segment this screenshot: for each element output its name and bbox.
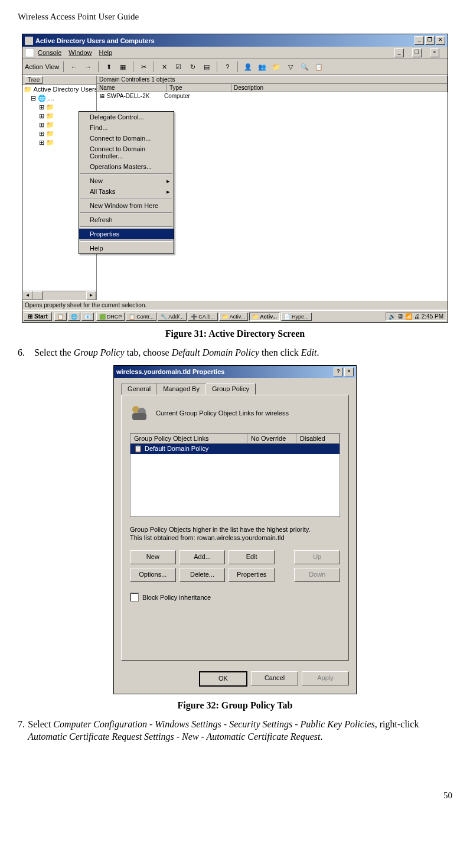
action-toolbar: Action View ← → ⬆ ▦ ✂ ✕ ☑ ↻ ▤ ? 👤 👥 📁 ▽ …	[22, 59, 448, 75]
tray-icon-4[interactable]: 🖨	[414, 313, 420, 320]
show-button[interactable]: ▦	[117, 61, 129, 73]
tree-scrollbar[interactable]: ◄►	[22, 291, 96, 300]
forward-button[interactable]: →	[82, 61, 94, 73]
tray-icon-3[interactable]: 📶	[405, 313, 412, 320]
gp-button-row-1: New Add... Edit Up	[130, 550, 340, 564]
tree-header: Tree	[22, 76, 96, 85]
list-summary: Domain Controllers 1 objects	[97, 76, 448, 83]
ctx-connect-dc[interactable]: Connect to Domain Controller...	[79, 144, 174, 161]
block-inheritance-checkbox[interactable]	[130, 593, 139, 602]
ctx-new-window[interactable]: New Window from Here	[79, 200, 174, 211]
options-button[interactable]: Options...	[130, 568, 176, 582]
col-description[interactable]: Description	[231, 84, 448, 92]
step-6-num: 6.	[18, 346, 34, 359]
properties-icon[interactable]: ☑	[172, 61, 184, 73]
gp-heading-row: Current Group Policy Object Links for wi…	[130, 404, 340, 422]
export-icon[interactable]: ▤	[201, 61, 213, 73]
col-no-override[interactable]: No Override	[247, 434, 296, 443]
toolbar-icon-2[interactable]: 👥	[256, 61, 268, 73]
gp-help-button[interactable]: ?	[334, 368, 343, 376]
ok-button[interactable]: OK	[199, 671, 247, 687]
help-icon[interactable]: ?	[221, 61, 233, 73]
task-dhcp[interactable]: 🟩DHCP	[96, 313, 125, 321]
task-activ1[interactable]: 📁Activ...	[219, 313, 248, 321]
col-type[interactable]: Type	[167, 84, 231, 92]
delete-icon[interactable]: ✕	[158, 61, 170, 73]
tree-tab[interactable]: Tree	[25, 76, 43, 84]
start-button[interactable]: ⊞ Start	[24, 312, 52, 321]
svg-rect-2	[132, 413, 146, 420]
minimize-button[interactable]: _	[414, 36, 424, 45]
task-activ2[interactable]: 📁Activ...	[249, 313, 280, 321]
tray-icon-1[interactable]: 🔊	[389, 313, 396, 320]
console-icon	[25, 48, 34, 57]
refresh-icon[interactable]: ↻	[187, 61, 198, 73]
apply-button[interactable]: Apply	[302, 671, 349, 685]
col-disabled[interactable]: Disabled	[296, 434, 340, 443]
toolbar-icon-1[interactable]: 👤	[242, 61, 254, 73]
filter-icon[interactable]: ▽	[285, 61, 296, 73]
close-button[interactable]: ×	[436, 36, 445, 45]
gp-list-row-selected[interactable]: 📋 Default Domain Policy	[130, 444, 340, 454]
add-button[interactable]: Add...	[179, 550, 226, 564]
tree-sub-1[interactable]: ⊞ 📁	[22, 103, 96, 112]
ql-3[interactable]: 📧	[81, 313, 94, 321]
menu-console[interactable]: Console	[38, 49, 61, 56]
cell-name: 🖥 SWPA-DELL-2K	[99, 93, 164, 99]
down-button[interactable]: Down	[294, 568, 340, 582]
ctx-new[interactable]: New	[79, 175, 174, 186]
ad-titlebar: Active Directory Users and Computers _ ❐…	[22, 34, 448, 47]
delete-button[interactable]: Delete...	[179, 568, 226, 582]
new-button[interactable]: New	[130, 550, 176, 564]
tray-icon-2[interactable]: 🖥	[397, 313, 403, 320]
task-contr[interactable]: 📋Contr...	[126, 313, 156, 321]
policy-icon: 📋	[134, 445, 142, 453]
gp-close-button[interactable]: ×	[344, 368, 354, 376]
cancel-button[interactable]: Cancel	[251, 671, 298, 685]
system-tray: 🔊 🖥 📶 🖨 2:45 PM	[386, 312, 446, 321]
toolbar-action[interactable]: Action	[25, 63, 43, 70]
up-button[interactable]: ⬆	[103, 61, 115, 73]
ctx-refresh[interactable]: Refresh	[79, 214, 174, 225]
ctx-find[interactable]: Find...	[79, 122, 174, 133]
main-area: Tree 📁 Active Directory Users ⊟ 🌐 … ⊞ 📁 …	[22, 75, 448, 300]
toolbar-icon-3[interactable]: 📁	[270, 61, 282, 73]
edit-button[interactable]: Edit	[229, 550, 275, 564]
cut-icon[interactable]: ✂	[138, 61, 149, 73]
taskbar: ⊞ Start 📋 🌐 📧 🟩DHCP 📋Contr... 🔧Add/... ➕…	[22, 310, 448, 322]
task-ca[interactable]: ➕CA.b...	[188, 313, 218, 321]
tree-root-item[interactable]: 📁 Active Directory Users	[22, 85, 96, 94]
mdi-close-button[interactable]: ×	[430, 48, 439, 57]
tab-group-policy[interactable]: Group Policy	[205, 383, 256, 395]
task-add[interactable]: 🔧Add/...	[158, 313, 187, 321]
col-links[interactable]: Group Policy Object Links	[130, 434, 247, 443]
back-button[interactable]: ←	[68, 61, 80, 73]
ql-1[interactable]: 📋	[54, 313, 67, 321]
ctx-all-tasks[interactable]: All Tasks	[79, 186, 174, 197]
restore-button[interactable]: ❐	[425, 36, 435, 45]
mdi-minimize-button[interactable]: _	[394, 48, 404, 57]
tab-general[interactable]: General	[121, 383, 157, 395]
ctx-help[interactable]: Help	[79, 243, 174, 253]
ctx-delegate[interactable]: Delegate Control...	[79, 112, 174, 122]
mdi-restore-button[interactable]: ❐	[412, 48, 422, 57]
figure-32-caption: Figure 32: Group Policy Tab	[18, 700, 452, 711]
list-row[interactable]: 🖥 SWPA-DELL-2K Computer	[97, 92, 448, 100]
up-button[interactable]: Up	[294, 550, 340, 564]
list-summary-row: Domain Controllers 1 objects	[97, 76, 448, 84]
properties-button[interactable]: Properties	[229, 568, 275, 582]
find-icon[interactable]: 🔍	[299, 61, 311, 73]
tree-child[interactable]: ⊟ 🌐 …	[22, 94, 96, 103]
ctx-connect-domain[interactable]: Connect to Domain...	[79, 133, 174, 144]
tab-managed-by[interactable]: Managed By	[156, 383, 206, 395]
gp-title-text: wireless.yourdomain.tld Properties	[116, 368, 224, 375]
ctx-properties[interactable]: Properties	[79, 229, 174, 239]
toolbar-icon-4[interactable]: 📋	[313, 61, 325, 73]
toolbar-view[interactable]: View	[45, 63, 60, 70]
task-hype[interactable]: 📄Hype...	[281, 313, 312, 321]
menu-help[interactable]: Help	[99, 49, 112, 56]
ctx-op-masters[interactable]: Operations Masters...	[79, 161, 174, 172]
col-name[interactable]: Name	[97, 84, 167, 92]
menu-window[interactable]: Window	[68, 49, 92, 56]
ql-2[interactable]: 🌐	[68, 313, 80, 321]
